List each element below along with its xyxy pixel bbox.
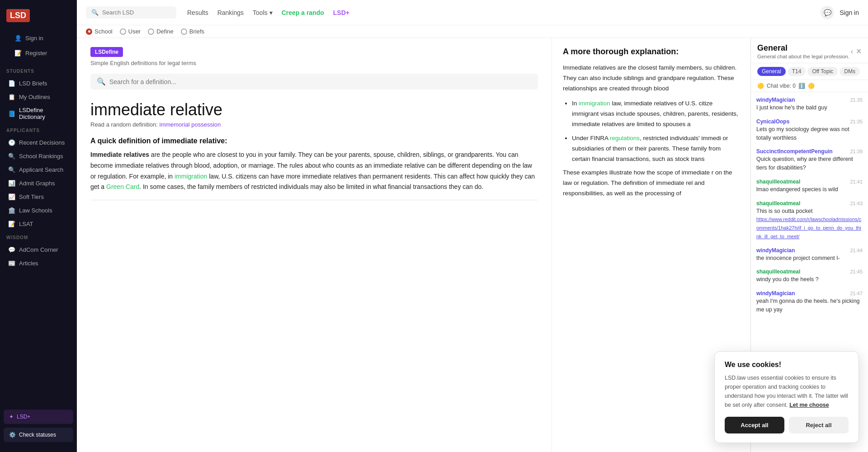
sidebar-item-adcom-corner[interactable]: 💬 AdCom Corner (2, 243, 75, 256)
sidebar-item-applicant-search[interactable]: 🔍 Applicant Search (2, 163, 75, 176)
sidebar-item-law-schools[interactable]: 🏛️ Law Schools (2, 203, 75, 217)
sidebar-item-signin[interactable]: 👤 Sign in (8, 31, 69, 45)
chat-msg-user-2: SuccinctIncompetentPenguin (756, 148, 833, 155)
lsd-briefs-icon: 📄 (8, 80, 15, 87)
radio-circle-briefs (181, 28, 187, 35)
cookie-let-me-choose-link[interactable]: Let me choose (789, 402, 829, 408)
nav-tools[interactable]: Tools ▾ (253, 9, 273, 16)
chat-msg-header-0: windyMagician 21:35 (756, 97, 863, 103)
chat-msg-text-0: I just know he's the bald guy (756, 104, 863, 112)
search-input[interactable] (102, 9, 165, 16)
logo-area: LSD (0, 5, 77, 31)
adcom-icon: 💬 (8, 246, 15, 253)
cookie-body: LSD.law uses essential cookies to ensure… (725, 373, 849, 410)
chat-tab-dms[interactable]: DMs (840, 67, 860, 76)
chat-description: General chat about the legal profession. (757, 54, 849, 59)
chat-msg-header-2: SuccinctIncompetentPenguin 21:39 (756, 148, 863, 155)
chat-expand-button[interactable]: ‹ (851, 47, 853, 56)
cookie-buttons: Accept all Reject all (725, 417, 849, 433)
sidebar-item-articles[interactable]: 📰 Articles (2, 256, 75, 270)
chat-msg-user-1: CynicalOops (756, 118, 789, 125)
chat-msg-time-7: 21:47 (850, 291, 863, 296)
chat-header: General General chat about the legal pro… (751, 38, 868, 63)
radio-circle-school (86, 28, 92, 35)
sidebar-item-lsdefine[interactable]: 📘 LSDefine Dictionary (2, 104, 75, 123)
chat-msg-time-0: 21:35 (850, 97, 863, 103)
chat-msg-header-1: CynicalOops 21:35 (756, 118, 863, 125)
def-link-immigration[interactable]: immigration (175, 173, 207, 180)
law-schools-icon: 🏛️ (8, 207, 15, 214)
chat-icon-button[interactable]: 💬 (821, 6, 834, 19)
chat-msg-user-0: windyMagician (756, 97, 795, 103)
cookie-accept-button[interactable]: Accept all (725, 417, 784, 433)
lsd-plus-icon: ✦ (9, 414, 14, 420)
sidebar-item-soft-tiers[interactable]: 📈 Soft Tiers (2, 190, 75, 203)
check-statuses-button[interactable]: ⚙️ Check statuses (4, 428, 73, 442)
def-search-box[interactable]: 🔍 (90, 74, 538, 89)
thorough-bullet-1: In immigration law, immediate relatives … (572, 99, 740, 130)
radio-user[interactable]: User (120, 28, 141, 35)
register-icon: 📝 (14, 49, 22, 56)
chat-msg-text-7: yeah I'm gonna do the heels. he's pickin… (756, 297, 863, 314)
nav-creep-a-rando[interactable]: Creep a rando (282, 9, 324, 16)
chat-msg-time-1: 21:35 (850, 119, 863, 124)
def-search-input[interactable] (109, 78, 532, 85)
chat-tab-off-topic[interactable]: Off Topic (807, 67, 838, 76)
nav-right: 💬 Sign in (821, 6, 859, 19)
def-random-link[interactable]: immemorial possession (160, 121, 221, 128)
sidebar-item-recent-decisions[interactable]: 🕐 Recent Decisions (2, 136, 75, 149)
search-box[interactable]: 🔍 (86, 6, 176, 19)
sidebar-item-lsat[interactable]: 📝 LSAT (2, 217, 75, 231)
vibe-emoji: 🟡 (757, 83, 764, 89)
def-quick-body: Immediate relatives are the people who a… (90, 150, 538, 193)
thorough-intro: Immediate relatives are the closest fami… (563, 63, 740, 94)
chat-msg-time-4: 21:43 (850, 201, 863, 206)
lsd-plus-button[interactable]: ✦ LSD+ (4, 410, 73, 424)
radio-row: School User Define Briefs (77, 25, 868, 38)
sidebar-item-register[interactable]: 📝 Register (8, 46, 69, 60)
chat-message-1: CynicalOops 21:35 Lets go my sociology d… (756, 118, 863, 142)
sidebar-item-school-rankings[interactable]: 🔍 School Rankings (2, 149, 75, 163)
sidebar-item-my-outlines[interactable]: 📋 My Outlines (2, 90, 75, 104)
radio-school[interactable]: School (86, 28, 113, 35)
students-section-label: STUDENTS (0, 64, 77, 76)
chat-message-2: SuccinctIncompetentPenguin 21:39 Quick q… (756, 148, 863, 172)
lsdefine-panel: LSDefine Simple English definitions for … (77, 38, 552, 452)
cookie-reject-button[interactable]: Reject all (789, 417, 849, 433)
cookie-banner: We use cookies! LSD.law uses essential c… (714, 351, 859, 443)
lsdefine-icon: 📘 (8, 110, 15, 117)
chat-tab-t14[interactable]: T14 (788, 67, 806, 76)
topnav-signin[interactable]: Sign in (840, 9, 859, 16)
thorough-link-immigration[interactable]: immigration (579, 100, 610, 107)
chat-msg-header-3: shaquilleoatmeal 21:41 (756, 179, 863, 185)
def-quick-title: A quick definition of immediate relative… (90, 137, 538, 145)
sidebar-item-admit-graphs[interactable]: 📊 Admit Graphs (2, 176, 75, 190)
def-link-green-card[interactable]: Green Card (106, 183, 139, 190)
radio-briefs[interactable]: Briefs (181, 28, 204, 35)
chat-msg-user-4: shaquilleoatmeal (756, 200, 800, 207)
nav-lsd-plus[interactable]: LSD+ (333, 9, 349, 16)
radio-define[interactable]: Define (148, 28, 174, 35)
chat-header-icons: ‹ ✕ (851, 47, 862, 56)
content-divider (90, 200, 538, 200)
chat-tab-general[interactable]: General (757, 67, 786, 76)
check-statuses-icon: ⚙️ (9, 432, 16, 438)
soft-tiers-icon: 📈 (8, 193, 15, 200)
chat-message-4: shaquilleoatmeal 21:43 This is so outta … (756, 200, 863, 241)
chat-vibe: 🟡 Chat vibe: 0 ℹ️ 🟡 (751, 80, 868, 92)
chat-msg-header-5: windyMagician 21:44 (756, 247, 863, 254)
nav-results[interactable]: Results (187, 9, 208, 16)
def-term-title: immediate relative (90, 100, 538, 119)
chat-title: General (757, 43, 849, 53)
nav-rankings[interactable]: Rankings (217, 9, 244, 16)
vibe-info-icon: ℹ️ (798, 83, 805, 89)
chat-msg-time-6: 21:45 (850, 269, 863, 274)
thorough-link-regulations[interactable]: regulations (610, 135, 640, 141)
signin-icon: 👤 (14, 34, 22, 42)
lsat-icon: 📝 (8, 220, 15, 227)
chat-close-button[interactable]: ✕ (856, 47, 862, 56)
search-icon: 🔍 (91, 9, 99, 16)
sidebar-item-lsd-briefs[interactable]: 📄 LSD Briefs (2, 76, 75, 90)
chat-msg-link-4[interactable]: https://www.reddit.com/r/lawschooladmiss… (756, 217, 861, 239)
chat-message-6: shaquilleoatmeal 21:45 windy you do the … (756, 268, 863, 284)
